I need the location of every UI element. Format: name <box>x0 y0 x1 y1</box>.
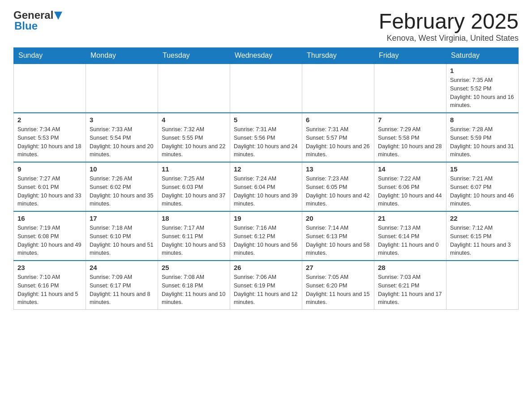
day-number: 13 <box>306 165 370 173</box>
day-number: 26 <box>234 264 298 271</box>
day-info: Sunrise: 7:08 AM Sunset: 6:18 PM Dayligh… <box>162 273 226 307</box>
day-number: 21 <box>378 214 442 222</box>
table-row: 5Sunrise: 7:31 AM Sunset: 5:56 PM Daylig… <box>230 113 302 162</box>
table-row <box>374 64 446 113</box>
table-row: 24Sunrise: 7:09 AM Sunset: 6:17 PM Dayli… <box>86 261 158 310</box>
table-row: 2Sunrise: 7:34 AM Sunset: 5:53 PM Daylig… <box>14 113 86 162</box>
title-block: February 2025 Kenova, West Virginia, Uni… <box>379 9 519 43</box>
table-row: 18Sunrise: 7:17 AM Sunset: 6:11 PM Dayli… <box>158 211 230 261</box>
table-row: 10Sunrise: 7:26 AM Sunset: 6:02 PM Dayli… <box>86 162 158 211</box>
page-header: General Blue February 2025 Kenova, West … <box>13 9 519 43</box>
day-number: 20 <box>306 214 370 222</box>
day-info: Sunrise: 7:31 AM Sunset: 5:56 PM Dayligh… <box>234 125 298 159</box>
day-number: 10 <box>90 165 154 173</box>
table-row <box>158 64 230 113</box>
table-row: 1Sunrise: 7:35 AM Sunset: 5:52 PM Daylig… <box>446 64 519 113</box>
day-number: 12 <box>234 165 298 173</box>
table-row <box>302 64 374 113</box>
table-row: 11Sunrise: 7:25 AM Sunset: 6:03 PM Dayli… <box>158 162 230 211</box>
day-info: Sunrise: 7:33 AM Sunset: 5:54 PM Dayligh… <box>90 125 154 159</box>
day-info: Sunrise: 7:28 AM Sunset: 5:59 PM Dayligh… <box>450 125 515 159</box>
table-row <box>230 64 302 113</box>
table-row: 16Sunrise: 7:19 AM Sunset: 6:08 PM Dayli… <box>14 211 86 261</box>
table-row: 25Sunrise: 7:08 AM Sunset: 6:18 PM Dayli… <box>158 261 230 310</box>
table-row <box>86 64 158 113</box>
day-number: 18 <box>162 214 226 222</box>
day-info: Sunrise: 7:13 AM Sunset: 6:14 PM Dayligh… <box>378 224 442 257</box>
day-info: Sunrise: 7:10 AM Sunset: 6:16 PM Dayligh… <box>17 273 82 307</box>
day-number: 15 <box>450 165 515 173</box>
logo: General Blue <box>13 9 62 32</box>
table-row: 22Sunrise: 7:12 AM Sunset: 6:15 PM Dayli… <box>446 211 519 261</box>
day-info: Sunrise: 7:22 AM Sunset: 6:06 PM Dayligh… <box>378 175 442 208</box>
table-row: 27Sunrise: 7:05 AM Sunset: 6:20 PM Dayli… <box>302 261 374 310</box>
table-row: 14Sunrise: 7:22 AM Sunset: 6:06 PM Dayli… <box>374 162 446 211</box>
day-info: Sunrise: 7:23 AM Sunset: 6:05 PM Dayligh… <box>306 175 370 208</box>
day-info: Sunrise: 7:32 AM Sunset: 5:55 PM Dayligh… <box>162 125 226 159</box>
table-row: 17Sunrise: 7:18 AM Sunset: 6:10 PM Dayli… <box>86 211 158 261</box>
table-row: 13Sunrise: 7:23 AM Sunset: 6:05 PM Dayli… <box>302 162 374 211</box>
table-row: 19Sunrise: 7:16 AM Sunset: 6:12 PM Dayli… <box>230 211 302 261</box>
day-info: Sunrise: 7:12 AM Sunset: 6:15 PM Dayligh… <box>450 224 515 257</box>
month-title: February 2025 <box>379 9 519 34</box>
day-info: Sunrise: 7:25 AM Sunset: 6:03 PM Dayligh… <box>162 175 226 208</box>
day-info: Sunrise: 7:34 AM Sunset: 5:53 PM Dayligh… <box>17 125 82 159</box>
table-row: 4Sunrise: 7:32 AM Sunset: 5:55 PM Daylig… <box>158 113 230 162</box>
logo-triangle-icon <box>54 12 62 20</box>
day-number: 7 <box>378 116 442 124</box>
table-row: 23Sunrise: 7:10 AM Sunset: 6:16 PM Dayli… <box>14 261 86 310</box>
table-row: 26Sunrise: 7:06 AM Sunset: 6:19 PM Dayli… <box>230 261 302 310</box>
day-info: Sunrise: 7:31 AM Sunset: 5:57 PM Dayligh… <box>306 125 370 159</box>
day-info: Sunrise: 7:03 AM Sunset: 6:21 PM Dayligh… <box>378 273 442 307</box>
day-info: Sunrise: 7:29 AM Sunset: 5:58 PM Dayligh… <box>378 125 442 159</box>
day-number: 24 <box>90 264 154 271</box>
table-row <box>446 261 519 310</box>
day-info: Sunrise: 7:19 AM Sunset: 6:08 PM Dayligh… <box>17 224 82 257</box>
table-row: 8Sunrise: 7:28 AM Sunset: 5:59 PM Daylig… <box>446 113 519 162</box>
col-saturday: Saturday <box>446 48 519 64</box>
day-info: Sunrise: 7:14 AM Sunset: 6:13 PM Dayligh… <box>306 224 370 257</box>
day-number: 27 <box>306 264 370 271</box>
day-info: Sunrise: 7:05 AM Sunset: 6:20 PM Dayligh… <box>306 273 370 307</box>
day-number: 28 <box>378 264 442 271</box>
table-row: 21Sunrise: 7:13 AM Sunset: 6:14 PM Dayli… <box>374 211 446 261</box>
day-info: Sunrise: 7:16 AM Sunset: 6:12 PM Dayligh… <box>234 224 298 257</box>
calendar: Sunday Monday Tuesday Wednesday Thursday… <box>13 47 519 310</box>
day-info: Sunrise: 7:24 AM Sunset: 6:04 PM Dayligh… <box>234 175 298 208</box>
col-sunday: Sunday <box>14 48 86 64</box>
day-number: 3 <box>90 116 154 124</box>
table-row: 7Sunrise: 7:29 AM Sunset: 5:58 PM Daylig… <box>374 113 446 162</box>
day-number: 5 <box>234 116 298 124</box>
day-info: Sunrise: 7:17 AM Sunset: 6:11 PM Dayligh… <box>162 224 226 257</box>
day-number: 17 <box>90 214 154 222</box>
day-number: 22 <box>450 214 515 222</box>
table-row: 6Sunrise: 7:31 AM Sunset: 5:57 PM Daylig… <box>302 113 374 162</box>
day-number: 19 <box>234 214 298 222</box>
table-row: 9Sunrise: 7:27 AM Sunset: 6:01 PM Daylig… <box>14 162 86 211</box>
logo-blue-text: Blue <box>14 20 38 32</box>
col-wednesday: Wednesday <box>230 48 302 64</box>
col-monday: Monday <box>86 48 158 64</box>
day-number: 6 <box>306 116 370 124</box>
day-number: 8 <box>450 116 515 124</box>
day-info: Sunrise: 7:26 AM Sunset: 6:02 PM Dayligh… <box>90 175 154 208</box>
table-row: 28Sunrise: 7:03 AM Sunset: 6:21 PM Dayli… <box>374 261 446 310</box>
svg-marker-0 <box>54 12 62 20</box>
location: Kenova, West Virginia, United States <box>379 34 519 43</box>
day-number: 14 <box>378 165 442 173</box>
day-number: 11 <box>162 165 226 173</box>
day-info: Sunrise: 7:27 AM Sunset: 6:01 PM Dayligh… <box>17 175 82 208</box>
table-row: 15Sunrise: 7:21 AM Sunset: 6:07 PM Dayli… <box>446 162 519 211</box>
table-row <box>14 64 86 113</box>
calendar-week-row: 23Sunrise: 7:10 AM Sunset: 6:16 PM Dayli… <box>14 261 519 310</box>
day-number: 23 <box>17 264 82 271</box>
day-info: Sunrise: 7:06 AM Sunset: 6:19 PM Dayligh… <box>234 273 298 307</box>
day-number: 9 <box>17 165 82 173</box>
calendar-week-row: 2Sunrise: 7:34 AM Sunset: 5:53 PM Daylig… <box>14 113 519 162</box>
day-number: 2 <box>17 116 82 124</box>
day-number: 4 <box>162 116 226 124</box>
table-row: 3Sunrise: 7:33 AM Sunset: 5:54 PM Daylig… <box>86 113 158 162</box>
day-info: Sunrise: 7:21 AM Sunset: 6:07 PM Dayligh… <box>450 175 515 208</box>
day-info: Sunrise: 7:18 AM Sunset: 6:10 PM Dayligh… <box>90 224 154 257</box>
day-number: 25 <box>162 264 226 271</box>
